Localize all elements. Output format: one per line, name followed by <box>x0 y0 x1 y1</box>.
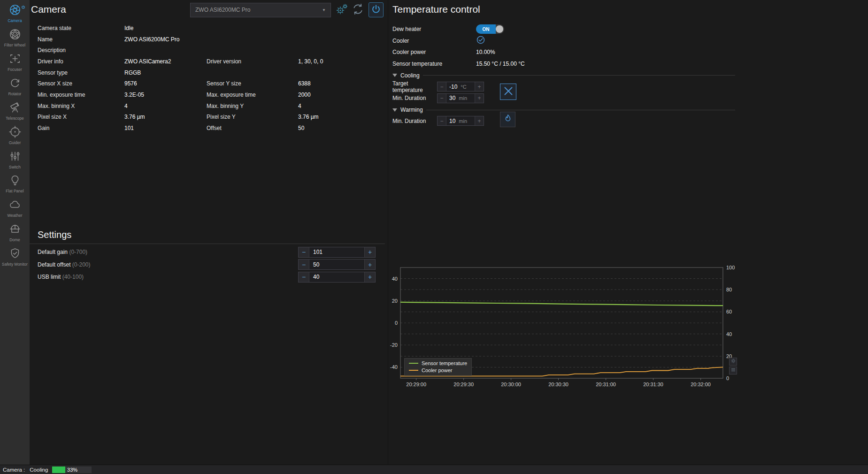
sidebar-item-guider[interactable]: Guider <box>0 124 30 146</box>
list-icon <box>730 367 736 374</box>
rescan-devices-button[interactable] <box>351 2 365 17</box>
increment-button[interactable]: + <box>365 260 375 269</box>
flat-panel-icon <box>9 174 21 188</box>
cooling-duration-input[interactable]: 30 <box>449 95 455 101</box>
sidebar-item-telescope[interactable]: Telescope <box>0 100 30 122</box>
dew-heater-label: Dew heater <box>392 26 476 32</box>
sidebar-item-filter-wheel[interactable]: Filter Wheel <box>0 27 30 48</box>
page-title: Camera <box>31 4 66 15</box>
increment-button[interactable]: + <box>475 82 484 91</box>
warming-min-duration-label: Min. Duration <box>392 118 437 124</box>
increment-button[interactable]: + <box>475 94 484 103</box>
stop-cooling-button[interactable] <box>500 84 516 100</box>
divider <box>423 75 735 76</box>
info-value: Idle <box>124 23 207 34</box>
info-value: 4 <box>124 100 207 112</box>
legend-label: Sensor temperature <box>422 360 467 366</box>
x-icon <box>503 85 514 98</box>
sidebar-item-focuser[interactable]: Focuser <box>0 51 30 73</box>
chart-settings-button[interactable] <box>729 358 737 366</box>
increment-button[interactable]: + <box>475 116 484 125</box>
target-temperature-stepper: − -10 °C + <box>437 82 484 92</box>
info-label: Driver version <box>207 56 298 67</box>
gear-icon <box>730 358 736 365</box>
setting-value-input[interactable]: 40 <box>309 272 365 282</box>
warming-section-label: Warming <box>400 107 423 113</box>
decrement-button[interactable]: − <box>299 272 309 282</box>
info-value: 4 <box>298 100 385 112</box>
flame-icon <box>503 114 513 125</box>
warming-expander[interactable]: Warming <box>392 105 735 115</box>
info-label: Max. binning X <box>38 100 124 112</box>
sidebar-item-label: Focuser <box>8 68 22 72</box>
divider <box>30 244 385 244</box>
cooler-power-value: 10.00% <box>476 49 495 55</box>
legend-swatch <box>409 363 418 364</box>
nina-camera-window: CameraFilter WheelFocuserRotatorTelescop… <box>0 0 868 474</box>
sidebar-item-weather[interactable]: Weather <box>0 197 30 219</box>
svg-text:40: 40 <box>726 331 732 337</box>
setting-value-input[interactable]: 50 <box>309 260 365 269</box>
device-settings-button[interactable] <box>335 2 349 17</box>
decrement-button[interactable]: − <box>438 82 446 91</box>
start-warming-button[interactable] <box>500 112 515 127</box>
info-label: Pixel size X <box>38 112 124 123</box>
info-label: Description <box>38 45 124 56</box>
cooling-duration-row: Min. Duration − 30 min + <box>392 92 735 104</box>
increment-button[interactable]: + <box>365 247 375 257</box>
divider <box>426 110 735 110</box>
sidebar-item-flat-panel[interactable]: Flat Panel <box>0 173 30 194</box>
info-value: ZWO ASICamera2 <box>124 56 207 67</box>
sidebar-item-switch[interactable]: Switch <box>0 149 30 170</box>
power-icon <box>370 4 382 16</box>
safety-monitor-icon <box>9 247 21 261</box>
device-toolbar: ZWO ASI6200MC Pro ▼ <box>190 2 384 17</box>
cooling-expander[interactable]: Cooling <box>392 70 735 81</box>
expander-triangle-icon <box>392 108 397 112</box>
temperature-chart: 20:29:0020:29:3020:30:0020:30:3020:31:00… <box>389 262 738 392</box>
camera-device-select[interactable]: ZWO ASI6200MC Pro ▼ <box>190 3 331 17</box>
svg-text:60: 60 <box>726 309 732 314</box>
setting-label: Default gain (0-700) <box>38 249 87 255</box>
expander-triangle-icon <box>392 74 397 77</box>
setting-value-input[interactable]: 101 <box>309 247 365 257</box>
gears-icon <box>335 3 348 17</box>
settings-row: USB limit (40-100)−40+ <box>38 271 376 283</box>
sidebar-item-camera[interactable]: Camera <box>0 2 30 24</box>
svg-text:40: 40 <box>392 276 398 282</box>
cooler-checkbox[interactable] <box>476 35 485 46</box>
connect-camera-button[interactable] <box>369 2 384 17</box>
info-label: Max. exposure time <box>207 89 298 100</box>
chart-list-button[interactable] <box>729 367 737 375</box>
cooling-min-duration-label: Min. Duration <box>392 95 437 101</box>
decrement-button[interactable]: − <box>299 247 309 257</box>
target-temperature-input[interactable]: -10 <box>449 84 457 90</box>
sensor-temperature-row: Sensor temperature 15.50 °C / 15.00 °C <box>392 58 735 70</box>
sidebar-item-label: Switch <box>9 165 21 169</box>
dew-heater-row: Dew heater ON <box>392 23 735 35</box>
svg-text:100: 100 <box>726 265 735 270</box>
camera-info-table: Camera stateIdleNameZWO ASI6200MC ProDes… <box>38 23 385 134</box>
weather-icon <box>9 199 21 213</box>
telescope-icon <box>9 101 21 115</box>
target-temperature-label: Target temperature <box>392 80 437 93</box>
sidebar-item-dome[interactable]: Dome <box>0 222 30 243</box>
info-label: Driver info <box>38 56 124 67</box>
cooling-progress-bar: 33% <box>52 466 92 473</box>
decrement-button[interactable]: − <box>438 116 446 125</box>
decrement-button[interactable]: − <box>299 260 309 269</box>
warming-duration-input[interactable]: 10 <box>449 118 455 124</box>
info-value: 3.76 µm <box>124 112 207 123</box>
temperature-control-title: Temperature control <box>392 4 480 15</box>
increment-button[interactable]: + <box>365 272 375 282</box>
sidebar-item-rotator[interactable]: Rotator <box>0 76 30 97</box>
sidebar-item-label: Flat Panel <box>6 189 23 193</box>
decrement-button[interactable]: − <box>438 94 446 103</box>
dew-heater-toggle[interactable]: ON <box>476 24 504 34</box>
legend-item: Sensor temperature <box>409 360 467 366</box>
sidebar-item-label: Filter Wheel <box>4 43 25 47</box>
cooler-power-row: Cooler power 10.00% <box>392 46 735 58</box>
sidebar-item-safety-monitor[interactable]: Safety Monitor <box>0 246 30 268</box>
svg-text:0: 0 <box>395 320 398 326</box>
info-value: ZWO ASI6200MC Pro <box>124 34 207 45</box>
